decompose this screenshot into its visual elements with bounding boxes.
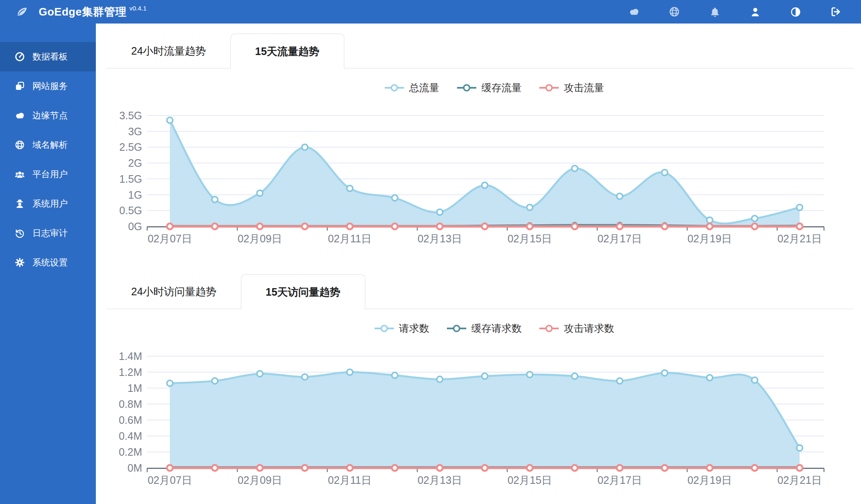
sidebar-item-settings[interactable]: 系统设置 xyxy=(0,248,96,277)
sidebar-item-label: 系统用户 xyxy=(32,198,68,210)
y-axis-tick-label: 0.8M xyxy=(119,398,142,410)
legend-item-总流量[interactable]: 总流量 xyxy=(385,81,439,94)
tab-24小时访问量趋势[interactable]: 24小时访问量趋势 xyxy=(107,274,241,309)
contrast-icon[interactable] xyxy=(790,6,801,18)
legend-marker xyxy=(539,84,559,92)
admin-icon xyxy=(14,198,25,209)
x-axis-tick-label: 02月09日 xyxy=(238,233,282,244)
legend-marker xyxy=(539,325,559,332)
y-axis-tick-label: 2.5G xyxy=(119,141,142,153)
x-axis-tick-label: 02月07日 xyxy=(148,233,192,244)
app-version: v0.4.1 xyxy=(129,5,147,12)
bell-icon[interactable] xyxy=(709,6,721,18)
sidebar-menu: 数据看板网站服务边缘节点域名解析平台用户系统用户日志审计系统设置 xyxy=(0,42,96,277)
y-axis-tick-label: 1M xyxy=(127,382,142,394)
settings-icon xyxy=(14,257,25,268)
legend-marker xyxy=(457,84,476,92)
requests-chart-legend: 请求数缓存请求数攻击请求数 xyxy=(128,320,861,337)
area-fill xyxy=(170,372,800,468)
legend-marker xyxy=(385,84,404,92)
legend-marker xyxy=(447,325,466,332)
legend-item-攻击请求数[interactable]: 攻击请求数 xyxy=(539,322,614,335)
traffic-chart-legend: 总流量缓存流量攻击流量 xyxy=(128,79,861,96)
requests-trend-section: 24小时访问量趋势15天访问量趋势 请求数缓存请求数攻击请求数 0M0.2M0.… xyxy=(96,274,861,491)
tab-24小时流量趋势[interactable]: 24小时流量趋势 xyxy=(107,34,230,68)
y-axis-tick-label: 2G xyxy=(128,157,142,169)
legend-item-缓存流量[interactable]: 缓存流量 xyxy=(457,81,522,94)
x-axis-tick-label: 02月17日 xyxy=(597,233,642,244)
y-axis-tick-label: 1.2M xyxy=(119,366,142,378)
sidebar-item-label: 网站服务 xyxy=(32,80,68,92)
legend-item-请求数[interactable]: 请求数 xyxy=(375,322,429,335)
main-content: 24小时流量趋势15天流量趋势 总流量缓存流量攻击流量 0G0.5G1G1.5G… xyxy=(96,24,861,491)
y-axis-tick-label: 0G xyxy=(128,220,142,232)
app-title: GoEdge集群管理 xyxy=(39,5,127,19)
sidebar-item-history[interactable]: 日志审计 xyxy=(0,218,96,248)
legend-label: 缓存请求数 xyxy=(471,322,522,335)
sidebar: 数据看板网站服务边缘节点域名解析平台用户系统用户日志审计系统设置 xyxy=(0,24,96,504)
sites-icon xyxy=(14,81,25,92)
tab-15天访问量趋势[interactable]: 15天访问量趋势 xyxy=(241,274,365,309)
y-axis-tick-label: 0.5G xyxy=(119,205,142,216)
y-axis-tick-label: 1.4M xyxy=(119,350,142,362)
y-axis-tick-label: 0M xyxy=(127,462,142,474)
globe-icon[interactable] xyxy=(668,6,680,18)
x-axis-tick-label: 02月11日 xyxy=(328,474,372,486)
x-axis-tick-label: 02月19日 xyxy=(687,233,732,244)
sidebar-item-label: 域名解析 xyxy=(32,139,68,151)
y-axis-tick-label: 0.2M xyxy=(119,446,142,458)
sidebar-item-dashboard[interactable]: 数据看板 xyxy=(0,42,96,71)
x-axis-tick-label: 02月21日 xyxy=(777,233,822,244)
sidebar-item-label: 日志审计 xyxy=(32,227,68,239)
x-axis-tick-label: 02月13日 xyxy=(417,474,462,486)
traffic-trend-section: 24小时流量趋势15天流量趋势 总流量缓存流量攻击流量 0G0.5G1G1.5G… xyxy=(96,34,861,252)
user-icon[interactable] xyxy=(749,6,761,18)
x-axis-tick-label: 02月07日 xyxy=(148,474,192,486)
sidebar-item-sites[interactable]: 网站服务 xyxy=(0,71,96,101)
requests-tabbar: 24小时访问量趋势15天访问量趋势 xyxy=(107,274,853,309)
header-icons xyxy=(628,6,842,18)
x-axis-tick-label: 02月15日 xyxy=(507,233,552,244)
x-axis-tick-label: 02月11日 xyxy=(328,233,372,244)
legend-label: 攻击流量 xyxy=(564,81,604,94)
legend-marker xyxy=(375,325,394,332)
app-logo-leaf-icon xyxy=(14,5,29,19)
x-axis-tick-label: 02月15日 xyxy=(507,474,552,486)
y-axis-tick-label: 0.6M xyxy=(119,414,142,426)
y-axis-tick-label: 3.5G xyxy=(119,110,142,121)
sidebar-item-label: 数据看板 xyxy=(32,51,68,63)
sidebar-item-cloud[interactable]: 边缘节点 xyxy=(0,101,96,130)
y-axis-tick-label: 0.4M xyxy=(119,430,142,442)
tab-15天流量趋势[interactable]: 15天流量趋势 xyxy=(230,34,344,68)
x-axis-tick-label: 02月09日 xyxy=(238,474,282,486)
users-icon xyxy=(14,169,25,180)
sidebar-item-admin[interactable]: 系统用户 xyxy=(0,189,96,218)
legend-item-攻击流量[interactable]: 攻击流量 xyxy=(539,81,604,94)
y-axis-tick-label: 1G xyxy=(128,189,142,201)
app-header: GoEdge集群管理 v0.4.1 xyxy=(0,0,861,24)
sidebar-item-label: 系统设置 xyxy=(32,257,68,268)
x-axis-tick-label: 02月17日 xyxy=(597,474,642,486)
globe-icon xyxy=(14,139,25,150)
sidebar-item-globe[interactable]: 域名解析 xyxy=(0,130,96,160)
legend-label: 请求数 xyxy=(399,322,429,335)
legend-label: 总流量 xyxy=(409,81,439,94)
x-axis-tick-label: 02月21日 xyxy=(777,474,822,486)
dashboard-icon xyxy=(14,51,25,62)
logout-icon[interactable] xyxy=(830,6,842,18)
sidebar-item-label: 平台用户 xyxy=(32,168,68,180)
traffic-area-chart: 0G0.5G1G1.5G2G2.5G3G3.5G02月07日02月09日02月1… xyxy=(107,96,859,252)
cloud-icon[interactable] xyxy=(628,6,640,18)
cloud-icon xyxy=(14,110,25,121)
sidebar-item-users[interactable]: 平台用户 xyxy=(0,160,96,189)
legend-item-缓存请求数[interactable]: 缓存请求数 xyxy=(447,322,522,335)
x-axis-tick-label: 02月13日 xyxy=(417,233,462,244)
y-axis-tick-label: 3G xyxy=(128,126,142,137)
traffic-tabbar: 24小时流量趋势15天流量趋势 xyxy=(107,34,853,68)
y-axis-tick-label: 1.5G xyxy=(119,173,142,185)
x-axis-tick-label: 02月19日 xyxy=(687,474,732,486)
legend-label: 缓存流量 xyxy=(481,81,522,94)
legend-label: 攻击请求数 xyxy=(564,322,614,335)
history-icon xyxy=(14,228,25,239)
sidebar-item-label: 边缘节点 xyxy=(32,110,68,121)
